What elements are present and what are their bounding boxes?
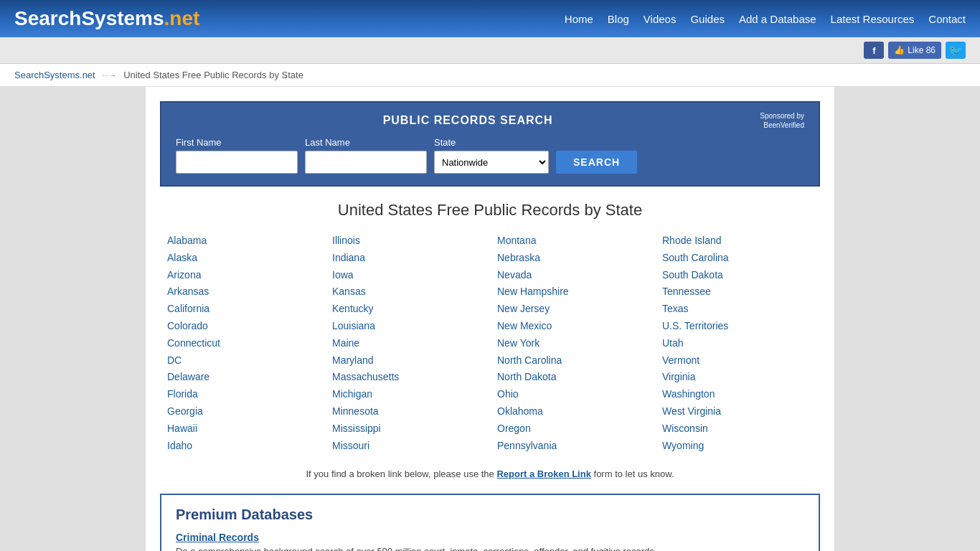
state-link-ohio[interactable]: Ohio <box>497 386 648 403</box>
breadcrumb-home[interactable]: SearchSystems.net <box>14 70 95 80</box>
state-link-kansas[interactable]: Kansas <box>332 283 483 301</box>
state-link-maryland[interactable]: Maryland <box>332 352 483 369</box>
state-link-arizona[interactable]: Arizona <box>167 267 318 284</box>
premium-box: Premium Databases Criminal RecordsDo a c… <box>160 494 820 551</box>
state-link-indiana[interactable]: Indiana <box>332 250 483 267</box>
state-group: State NationwideAlabamaAlaskaArizonaArka… <box>434 137 549 174</box>
state-link-mississippi[interactable]: Mississippi <box>332 420 483 438</box>
last-name-label: Last Name <box>305 137 427 148</box>
state-link-florida[interactable]: Florida <box>167 386 318 403</box>
first-name-input[interactable] <box>176 151 298 174</box>
state-link-utah[interactable]: Utah <box>662 335 813 352</box>
sponsored-label: Sponsored by BeenVerified <box>760 111 804 130</box>
state-link-nevada[interactable]: Nevada <box>497 267 648 284</box>
state-link-idaho[interactable]: Idaho <box>167 438 318 455</box>
last-name-group: Last Name <box>305 137 427 174</box>
state-link-rhode-island[interactable]: Rhode Island <box>662 232 813 250</box>
states-column-4: Rhode IslandSouth CarolinaSouth DakotaTe… <box>655 232 820 454</box>
state-link-michigan[interactable]: Michigan <box>332 386 483 403</box>
state-link-washington[interactable]: Washington <box>662 386 813 403</box>
nav-item-home[interactable]: Home <box>565 13 593 25</box>
nav-item-videos[interactable]: Videos <box>644 13 677 25</box>
nav-item-latest-resources[interactable]: Latest Resources <box>831 13 915 25</box>
state-link-new-hampshire[interactable]: New Hampshire <box>497 283 648 301</box>
search-fields: First Name Last Name State NationwideAla… <box>176 137 804 174</box>
state-link-alaska[interactable]: Alaska <box>167 250 318 267</box>
state-link-massachusetts[interactable]: Massachusetts <box>332 369 483 386</box>
state-link-wyoming[interactable]: Wyoming <box>662 438 813 455</box>
search-box: PUBLIC RECORDS SEARCH Sponsored by BeenV… <box>160 101 820 187</box>
main-nav: HomeBlogVideosGuidesAdd a DatabaseLatest… <box>565 13 966 25</box>
premium-item-description: Do a comprehensive background search of … <box>176 546 804 551</box>
state-link-nebraska[interactable]: Nebraska <box>497 250 648 267</box>
breadcrumb: SearchSystems.net ···→ United States Fre… <box>0 64 980 87</box>
state-link-iowa[interactable]: Iowa <box>332 267 483 284</box>
broken-link-notice: If you find a broken link below, please … <box>160 468 820 479</box>
sponsored-text: Sponsored by <box>760 111 804 121</box>
state-link-tennessee[interactable]: Tennessee <box>662 283 813 301</box>
state-link-west-virginia[interactable]: West Virginia <box>662 403 813 420</box>
state-link-illinois[interactable]: Illinois <box>332 232 483 250</box>
last-name-input[interactable] <box>305 151 427 174</box>
premium-item-link[interactable]: Criminal Records <box>176 532 259 543</box>
nav-item-contact[interactable]: Contact <box>928 13 966 25</box>
twitter-button[interactable]: 🐦 <box>946 42 966 59</box>
state-link-texas[interactable]: Texas <box>662 301 813 318</box>
facebook-like-button[interactable]: 👍 Like 86 <box>888 42 941 59</box>
main-wrapper: PUBLIC RECORDS SEARCH Sponsored by BeenV… <box>0 87 980 551</box>
site-header: SearchSystems.net HomeBlogVideosGuidesAd… <box>0 0 980 37</box>
states-column-3: MontanaNebraskaNevadaNew HampshireNew Je… <box>490 232 655 454</box>
state-link-alabama[interactable]: Alabama <box>167 232 318 250</box>
state-link-north-carolina[interactable]: North Carolina <box>497 352 648 369</box>
premium-item: Criminal RecordsDo a comprehensive backg… <box>176 532 804 551</box>
nav-item-add-a-database[interactable]: Add a Database <box>739 13 816 25</box>
breadcrumb-current: United States Free Public Records by Sta… <box>123 70 303 80</box>
state-link-missouri[interactable]: Missouri <box>332 438 483 455</box>
state-link-minnesota[interactable]: Minnesota <box>332 403 483 420</box>
state-link-maine[interactable]: Maine <box>332 335 483 352</box>
search-button[interactable]: SEARCH <box>556 151 637 174</box>
report-broken-link[interactable]: Report a Broken Link <box>496 468 590 479</box>
state-link-south-dakota[interactable]: South Dakota <box>662 267 813 284</box>
nav-item-blog[interactable]: Blog <box>608 13 629 25</box>
state-link-north-dakota[interactable]: North Dakota <box>497 369 648 386</box>
state-link-kentucky[interactable]: Kentucky <box>332 301 483 318</box>
broken-link-text-before: If you find a broken link below, please … <box>306 468 494 479</box>
logo-text: SearchSystems <box>14 7 164 29</box>
states-grid: AlabamaAlaskaArizonaArkansasCaliforniaCo… <box>160 232 820 454</box>
state-link-louisiana[interactable]: Louisiana <box>332 318 483 335</box>
state-link-south-carolina[interactable]: South Carolina <box>662 250 813 267</box>
states-column-1: AlabamaAlaskaArizonaArkansasCaliforniaCo… <box>160 232 325 454</box>
state-link-new-york[interactable]: New York <box>497 335 648 352</box>
state-link-colorado[interactable]: Colorado <box>167 318 318 335</box>
sponsor-name: BeenVerified <box>760 121 804 130</box>
state-link-new-jersey[interactable]: New Jersey <box>497 301 648 318</box>
state-link-california[interactable]: California <box>167 301 318 318</box>
state-link-pennsylvania[interactable]: Pennsylvania <box>497 438 648 455</box>
state-link-wisconsin[interactable]: Wisconsin <box>662 420 813 438</box>
state-link-connecticut[interactable]: Connecticut <box>167 335 318 352</box>
state-link-hawaii[interactable]: Hawaii <box>167 420 318 438</box>
state-link-new-mexico[interactable]: New Mexico <box>497 318 648 335</box>
search-title-row: PUBLIC RECORDS SEARCH Sponsored by BeenV… <box>176 111 804 130</box>
state-link-montana[interactable]: Montana <box>497 232 648 250</box>
state-link-delaware[interactable]: Delaware <box>167 369 318 386</box>
first-name-group: First Name <box>176 137 298 174</box>
state-label: State <box>434 137 549 148</box>
state-link-virginia[interactable]: Virginia <box>662 369 813 386</box>
state-link-dc[interactable]: DC <box>167 352 318 369</box>
social-bar: f 👍 Like 86 🐦 <box>0 37 980 64</box>
state-link-oklahoma[interactable]: Oklahoma <box>497 403 648 420</box>
state-link-vermont[interactable]: Vermont <box>662 352 813 369</box>
facebook-button[interactable]: f <box>864 42 884 59</box>
state-link-us-territories[interactable]: U.S. Territories <box>662 318 813 335</box>
state-link-arkansas[interactable]: Arkansas <box>167 283 318 301</box>
broken-link-text-after: form to let us know. <box>594 468 674 479</box>
nav-item-guides[interactable]: Guides <box>690 13 725 25</box>
search-title: PUBLIC RECORDS SEARCH <box>176 114 760 127</box>
logo-net: .net <box>164 7 200 29</box>
state-link-georgia[interactable]: Georgia <box>167 403 318 420</box>
site-logo[interactable]: SearchSystems.net <box>14 7 199 30</box>
state-select[interactable]: NationwideAlabamaAlaskaArizonaArkansasCa… <box>434 151 549 174</box>
state-link-oregon[interactable]: Oregon <box>497 420 648 438</box>
